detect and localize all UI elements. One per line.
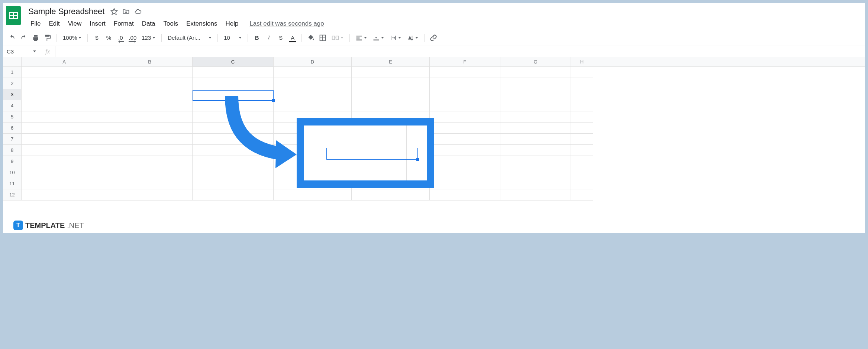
cell[interactable]	[22, 67, 107, 78]
horizontal-align-dropdown[interactable]	[354, 33, 369, 43]
strikethrough-button[interactable]: S	[275, 33, 286, 43]
cell[interactable]	[22, 134, 107, 145]
text-wrap-dropdown[interactable]	[388, 33, 403, 43]
cell[interactable]	[500, 167, 571, 178]
cell[interactable]	[274, 78, 352, 89]
cell[interactable]	[193, 123, 274, 134]
row-header[interactable]: 5	[3, 111, 22, 123]
row-header[interactable]: 1	[3, 67, 22, 78]
cell[interactable]	[22, 178, 107, 189]
menu-tools[interactable]: Tools	[160, 19, 182, 29]
menu-help[interactable]: Help	[222, 19, 242, 29]
cell[interactable]	[571, 189, 593, 200]
cell[interactable]	[500, 67, 571, 78]
cell[interactable]	[352, 78, 430, 89]
sheets-logo[interactable]	[6, 6, 21, 25]
cell[interactable]	[107, 78, 193, 89]
cell[interactable]	[500, 134, 571, 145]
format-currency-button[interactable]: $	[91, 33, 102, 43]
more-formats-dropdown[interactable]: 123	[139, 33, 158, 43]
row-header[interactable]: 6	[3, 123, 22, 134]
cell[interactable]	[500, 123, 571, 134]
cell[interactable]	[193, 67, 274, 78]
cell[interactable]	[193, 178, 274, 189]
cell[interactable]	[430, 89, 500, 100]
cell[interactable]	[107, 111, 193, 123]
column-header[interactable]: F	[430, 57, 500, 66]
font-size-dropdown[interactable]: 10	[222, 33, 244, 43]
cell[interactable]	[500, 100, 571, 111]
bold-button[interactable]: B	[252, 33, 262, 43]
cell[interactable]	[22, 78, 107, 89]
cell[interactable]	[274, 67, 352, 78]
cell[interactable]	[193, 156, 274, 167]
cell[interactable]	[107, 178, 193, 189]
cell[interactable]	[193, 145, 274, 156]
print-button[interactable]	[30, 33, 41, 43]
cell[interactable]	[430, 111, 500, 123]
redo-button[interactable]	[19, 33, 29, 43]
cell[interactable]	[571, 111, 593, 123]
row-header[interactable]: 12	[3, 189, 22, 200]
cell[interactable]	[22, 123, 107, 134]
cell[interactable]	[107, 189, 193, 200]
cell[interactable]	[107, 100, 193, 111]
cell[interactable]	[107, 89, 193, 100]
cell[interactable]	[430, 134, 500, 145]
cell[interactable]	[107, 145, 193, 156]
cell[interactable]	[107, 67, 193, 78]
cell[interactable]	[22, 189, 107, 200]
cell[interactable]	[352, 67, 430, 78]
row-header[interactable]: 8	[3, 145, 22, 156]
cell[interactable]	[500, 189, 571, 200]
menu-file[interactable]: File	[27, 19, 44, 29]
cell[interactable]	[571, 134, 593, 145]
cell[interactable]	[430, 167, 500, 178]
cloud-status-icon[interactable]	[134, 8, 142, 15]
menu-edit[interactable]: Edit	[45, 19, 63, 29]
cell[interactable]	[352, 100, 430, 111]
star-icon[interactable]	[110, 8, 118, 15]
cell[interactable]	[571, 156, 593, 167]
document-title[interactable]: Sample Spreadsheet	[27, 6, 106, 17]
cell[interactable]	[500, 78, 571, 89]
formula-input[interactable]	[55, 46, 865, 57]
cell[interactable]	[107, 134, 193, 145]
menu-insert[interactable]: Insert	[86, 19, 109, 29]
cell[interactable]	[430, 145, 500, 156]
cell[interactable]	[274, 189, 352, 200]
cell[interactable]	[193, 89, 274, 100]
cell[interactable]	[571, 167, 593, 178]
cell[interactable]	[193, 78, 274, 89]
cell[interactable]	[571, 100, 593, 111]
italic-button[interactable]: I	[264, 33, 274, 43]
cell[interactable]	[107, 123, 193, 134]
cell[interactable]	[500, 111, 571, 123]
cell[interactable]	[500, 145, 571, 156]
font-dropdown[interactable]: Default (Ari...	[165, 33, 214, 43]
cell[interactable]	[22, 145, 107, 156]
last-edit-link[interactable]: Last edit was seconds ago	[249, 20, 324, 27]
cell[interactable]	[193, 167, 274, 178]
menu-format[interactable]: Format	[110, 19, 138, 29]
cell[interactable]	[22, 100, 107, 111]
menu-extensions[interactable]: Extensions	[183, 19, 221, 29]
column-header[interactable]: C	[193, 57, 274, 66]
cell[interactable]	[193, 189, 274, 200]
cell[interactable]	[193, 100, 274, 111]
column-header[interactable]: G	[500, 57, 571, 66]
cell[interactable]	[274, 89, 352, 100]
cell[interactable]	[430, 78, 500, 89]
merge-cells-dropdown[interactable]	[329, 33, 346, 43]
cell[interactable]	[193, 111, 274, 123]
row-header[interactable]: 3	[3, 89, 22, 100]
name-box[interactable]: C3	[3, 46, 40, 57]
text-color-button[interactable]: A	[287, 33, 298, 43]
decrease-decimal-button[interactable]: .0	[115, 33, 126, 43]
cell[interactable]	[22, 156, 107, 167]
cell[interactable]	[571, 123, 593, 134]
increase-decimal-button[interactable]: .00	[127, 33, 138, 43]
row-header[interactable]: 2	[3, 78, 22, 89]
cell[interactable]	[352, 189, 430, 200]
cell[interactable]	[430, 100, 500, 111]
